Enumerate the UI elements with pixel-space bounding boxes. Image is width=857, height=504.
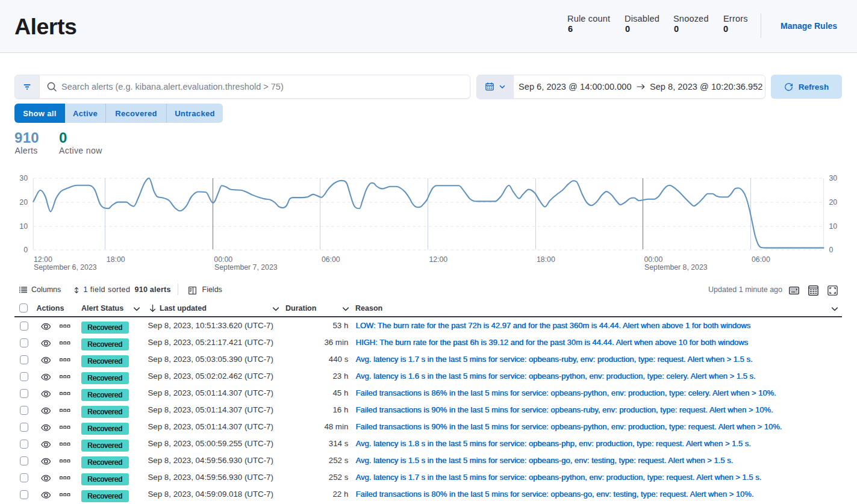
svg-text:30: 30	[19, 174, 28, 182]
svg-text:10: 10	[829, 222, 838, 231]
svg-text:0: 0	[23, 246, 28, 254]
svg-text:20: 20	[19, 198, 28, 207]
svg-text:06:00: 06:00	[752, 255, 770, 264]
svg-text:30: 30	[829, 174, 838, 182]
svg-text:September 7, 2023: September 7, 2023	[214, 263, 278, 272]
svg-text:0: 0	[829, 246, 834, 254]
svg-text:12:00: 12:00	[429, 255, 447, 264]
svg-text:18:00: 18:00	[537, 255, 555, 264]
svg-text:September 8, 2023: September 8, 2023	[644, 263, 708, 272]
svg-text:10: 10	[19, 222, 28, 231]
svg-text:September 6, 2023: September 6, 2023	[34, 263, 97, 272]
svg-text:18:00: 18:00	[107, 255, 125, 264]
svg-text:20: 20	[829, 198, 838, 207]
svg-text:06:00: 06:00	[322, 255, 340, 264]
